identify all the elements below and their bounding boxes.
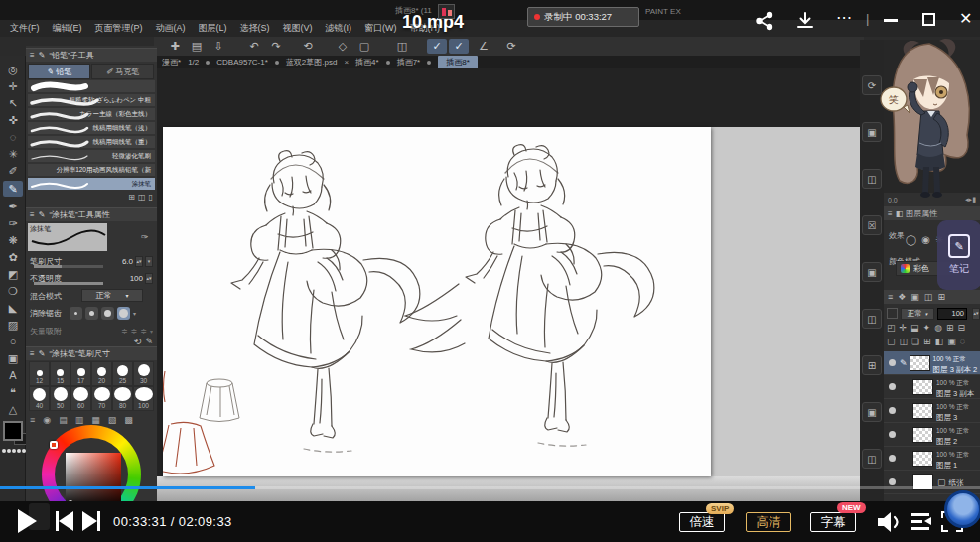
- prev-frame-button[interactable]: [56, 511, 73, 531]
- size-option[interactable]: 25: [112, 361, 133, 386]
- canvas-page[interactable]: [163, 127, 711, 476]
- layer-cmd-icon[interactable]: ◧: [935, 337, 944, 346]
- size-option[interactable]: 50: [50, 386, 70, 411]
- volume-icon[interactable]: [876, 510, 902, 534]
- snap-ruler-icon[interactable]: ∠: [474, 39, 493, 54]
- deselect-icon[interactable]: ◇: [333, 39, 352, 54]
- color-mixing-tab-icon[interactable]: ▦: [91, 415, 100, 425]
- minimize-button[interactable]: [884, 19, 898, 22]
- menu-edit[interactable]: 编辑(E): [53, 22, 82, 35]
- layer-thumbnail[interactable]: [912, 451, 933, 467]
- subtool-tab-marker[interactable]: ✐马克笔: [91, 64, 154, 79]
- brush-item-selected[interactable]: 涂抹笔: [28, 178, 155, 191]
- layer-thumbnail[interactable]: [912, 427, 933, 443]
- decoration-tool-icon[interactable]: ✿: [3, 249, 23, 265]
- layer-cmd-icon[interactable]: ▣: [947, 337, 956, 346]
- duplicate-brush-icon[interactable]: ◫: [138, 193, 146, 202]
- auto-select-tool-icon[interactable]: ✳: [3, 146, 23, 162]
- size-option[interactable]: 40: [29, 386, 50, 411]
- fill-tool-icon[interactable]: ◣: [3, 300, 23, 316]
- next-frame-button[interactable]: [82, 511, 100, 531]
- material-panel-icon-8[interactable]: ◫: [862, 449, 882, 469]
- layer-thumbnail[interactable]: [912, 379, 933, 395]
- layer-row[interactable]: 100 % 正常图层 1: [884, 447, 980, 471]
- panel-menu-icon[interactable]: ≡: [888, 292, 893, 302]
- material-panel-icon-4[interactable]: ▣: [862, 262, 882, 282]
- doc-tab[interactable]: 插画7*: [397, 57, 421, 68]
- doc-tab[interactable]: 插画4*: [355, 57, 379, 68]
- move-layer-tool-icon[interactable]: ✜: [3, 112, 23, 128]
- undo-icon[interactable]: ↶: [244, 39, 264, 54]
- size-option[interactable]: 60: [70, 386, 91, 411]
- material-panel-icon-6[interactable]: ⊞: [862, 355, 882, 375]
- quality-button[interactable]: 高清: [746, 512, 791, 532]
- antialias-strong[interactable]: [117, 307, 130, 320]
- brush-item[interactable]: 分辨率120用动画风线稿铅笔（新: [28, 164, 155, 177]
- panel-menu-icon[interactable]: ≡: [30, 415, 35, 425]
- more-options-icon[interactable]: ⋯: [836, 8, 853, 27]
- brush-item[interactable]: 线稿用细线笔（浅）: [28, 122, 155, 135]
- color-slider-tab-icon[interactable]: ▤: [59, 415, 68, 425]
- frame-tool-icon[interactable]: ▣: [3, 350, 23, 366]
- menu-animation[interactable]: 动画(A): [156, 22, 186, 35]
- brush-size-value[interactable]: 6.0: [122, 257, 133, 266]
- operation-tool-icon[interactable]: ↖: [3, 95, 23, 111]
- transparent-color-chip[interactable]: [2, 449, 26, 453]
- doc-tab[interactable]: 1/2: [188, 58, 199, 67]
- material-panel-icon-7[interactable]: ▣: [862, 402, 882, 422]
- share-icon[interactable]: [755, 11, 774, 31]
- panel-menu-icon[interactable]: ≡: [30, 51, 35, 60]
- brush-item[interactable]: 轻微渗化笔刷: [28, 150, 155, 163]
- layer-cmd-icon[interactable]: ⊟: [958, 323, 966, 333]
- playlist-settings-icon[interactable]: [911, 512, 933, 532]
- redo-icon[interactable]: ↷: [266, 39, 286, 54]
- layers-tab-icon-2[interactable]: ▣: [910, 292, 919, 302]
- brush-size-stepper[interactable]: ▴▾: [135, 256, 143, 267]
- layer-thumbnail[interactable]: [912, 403, 933, 419]
- menu-filter[interactable]: 滤镜(I): [326, 22, 352, 35]
- size-option[interactable]: 30: [133, 361, 154, 386]
- layer-cmd-icon[interactable]: ⊞: [923, 337, 931, 346]
- gradient-tool-icon[interactable]: ▨: [3, 317, 23, 333]
- doc-tab-active[interactable]: 插画8*: [438, 56, 478, 68]
- figure-tool-icon[interactable]: ○: [3, 334, 23, 349]
- visibility-eye-icon[interactable]: [889, 455, 896, 462]
- material-panel-icon-5[interactable]: ◫: [862, 309, 882, 329]
- layer-opacity-stepper[interactable]: ▴▾: [972, 308, 980, 320]
- color-wheel-tab-icon[interactable]: ◉: [43, 415, 51, 425]
- brush-tool-icon[interactable]: ✑: [3, 215, 23, 231]
- size-option[interactable]: 70: [91, 386, 112, 411]
- layer-row-selected[interactable]: ✎ 100 % 正常图层 3 副本 2: [884, 351, 980, 375]
- layer-cmd-icon[interactable]: ⬓: [910, 323, 919, 333]
- brush-item[interactable]: 线稿用细线笔（重）: [28, 136, 155, 149]
- layer-cmd-icon[interactable]: ❏: [911, 337, 919, 346]
- menu-file[interactable]: 文件(F): [10, 22, 40, 35]
- layer-row[interactable]: 100 % 正常图层 2: [884, 423, 980, 447]
- gradient-tab-icon[interactable]: ▧: [108, 415, 117, 425]
- layer-cmd-icon[interactable]: ◌: [960, 337, 965, 346]
- subtool-tab-pencil[interactable]: ✎铅笔: [28, 64, 90, 79]
- history-tab-icon[interactable]: ▩: [124, 415, 133, 425]
- close-button[interactable]: ✕: [959, 9, 972, 28]
- layer-thumbnail[interactable]: [910, 355, 930, 371]
- layers-tab-icon-4[interactable]: ⊞: [937, 292, 945, 302]
- edit-settings-icon[interactable]: ✎: [145, 337, 153, 346]
- layer-row[interactable]: 100 % 正常图层 3 副本: [884, 375, 980, 399]
- eyedropper-tool-icon[interactable]: ✐: [3, 163, 23, 179]
- mini-slider-icons[interactable]: ≑≑≑: [121, 327, 150, 336]
- main-color-swatch[interactable]: [3, 421, 23, 441]
- subtitle-button[interactable]: 字幕: [810, 512, 856, 532]
- brush-preview-row[interactable]: [28, 80, 155, 93]
- csp-canvas-area[interactable]: [157, 68, 860, 503]
- doc-tab[interactable]: CDBA957C-1*: [216, 58, 268, 67]
- menu-layer[interactable]: 图层(L): [199, 22, 227, 35]
- layer-property-tab[interactable]: 图层属性: [906, 208, 937, 219]
- reset-icon[interactable]: ⟲: [134, 337, 142, 346]
- doc-tab[interactable]: 漫画*: [162, 57, 181, 68]
- assistant-avatar[interactable]: [944, 490, 980, 528]
- notes-shortcut-overlay[interactable]: ✎ 笔记: [937, 220, 980, 290]
- balloon-tool-icon[interactable]: ❝: [3, 384, 23, 400]
- blend-thumb-icon[interactable]: [887, 308, 898, 319]
- airbrush-tool-icon[interactable]: ❋: [3, 232, 23, 248]
- opacity-slider[interactable]: [34, 282, 103, 285]
